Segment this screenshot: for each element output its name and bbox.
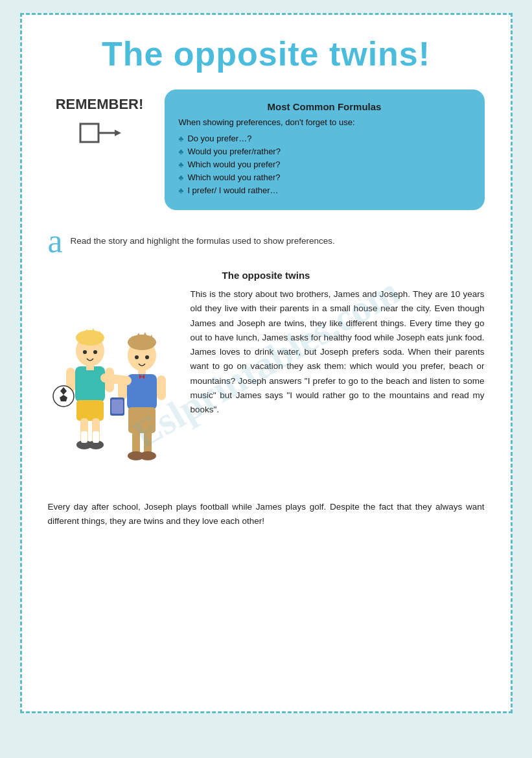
- list-item: Which would you prefer?: [179, 160, 470, 169]
- story-text-top: This is the story about two brothers, Ja…: [191, 287, 485, 417]
- svg-rect-31: [138, 368, 146, 375]
- svg-point-44: [135, 355, 139, 359]
- svg-rect-43: [157, 375, 166, 400]
- list-item: Which would you rather?: [179, 172, 470, 182]
- list-item: Do you prefer…?: [179, 134, 470, 143]
- blue-box: Most Common Formulas When showing prefer…: [165, 89, 485, 210]
- svg-rect-35: [128, 407, 156, 433]
- story-section: This is the story about two brothers, Ja…: [48, 287, 485, 497]
- svg-line-46: [105, 378, 127, 381]
- svg-rect-16: [81, 431, 87, 443]
- list-item: Would you prefer/rather?: [179, 147, 470, 156]
- arrow-icon: [77, 121, 122, 153]
- svg-rect-17: [93, 431, 99, 443]
- top-section: REMEMBER! Most Common Formulas When show…: [48, 89, 485, 210]
- story-content: This is the story about two brothers, Ja…: [191, 287, 485, 417]
- remember-label: REMEMBER!: [56, 96, 144, 113]
- svg-point-23: [83, 350, 87, 354]
- svg-rect-11: [76, 400, 104, 421]
- svg-point-39: [139, 451, 156, 460]
- svg-rect-42: [111, 399, 123, 414]
- blue-box-list: Do you prefer…? Would you prefer/rather?…: [179, 134, 470, 195]
- story-title: The opposite twins: [48, 270, 485, 281]
- remember-block: REMEMBER!: [48, 96, 152, 153]
- story-text-bottom: Every day after school, Joseph plays foo…: [48, 500, 485, 529]
- svg-rect-32: [127, 374, 157, 410]
- twins-illustration: [48, 326, 178, 497]
- svg-rect-0: [80, 124, 98, 142]
- activity-instruction: Read the story and highlight the formula…: [71, 236, 335, 246]
- page-title: The opposite twins!: [48, 34, 485, 73]
- svg-rect-10: [86, 364, 94, 370]
- svg-marker-2: [115, 130, 121, 136]
- svg-rect-9: [75, 366, 105, 402]
- activity-letter: a: [48, 224, 63, 258]
- page: Eslprintables.com The opposite twins! RE…: [20, 13, 513, 713]
- svg-point-45: [145, 355, 149, 359]
- activity-section: a Read the story and highlight the formu…: [48, 230, 485, 258]
- svg-point-24: [93, 350, 97, 354]
- list-item: I prefer/ I would rather…: [179, 185, 470, 195]
- blue-box-subtitle: When showing preferences, don't forget t…: [179, 117, 470, 127]
- blue-box-title: Most Common Formulas: [179, 101, 470, 112]
